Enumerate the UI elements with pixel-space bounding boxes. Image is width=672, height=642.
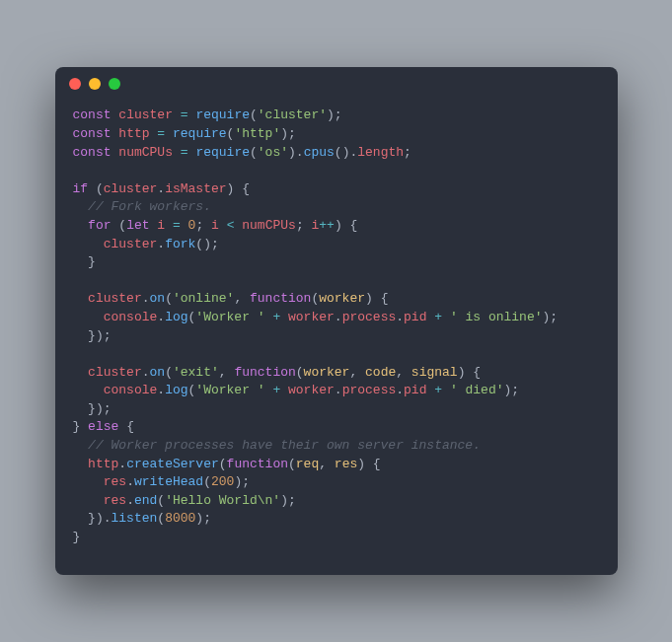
code-token: ().	[335, 145, 357, 160]
code-token: for	[88, 218, 111, 233]
code-token: ++	[319, 218, 335, 233]
code-token: ;	[296, 218, 312, 233]
code-token: cluster	[88, 365, 142, 380]
code-token: length	[357, 145, 404, 160]
code-token: }).	[73, 511, 112, 526]
code-token: ' died'	[450, 383, 504, 397]
code-token: console	[104, 383, 158, 397]
code-token: (	[296, 365, 304, 380]
code-line	[73, 162, 600, 180]
code-token: i	[157, 218, 165, 233]
code-token: fork	[165, 237, 195, 251]
code-token: .	[157, 181, 165, 196]
code-token: ) {	[357, 457, 380, 471]
code-token: pid	[404, 383, 426, 397]
code-token: ,	[349, 365, 365, 380]
code-token: ;	[195, 218, 211, 233]
code-token: ) {	[335, 218, 357, 233]
code-token: const	[73, 107, 112, 122]
code-area: const cluster = require('cluster');const…	[55, 101, 618, 574]
code-token: ).	[288, 145, 304, 160]
code-token	[73, 218, 89, 233]
code-token: isMaster	[165, 181, 226, 196]
code-token	[73, 199, 89, 214]
code-token: worker	[319, 291, 365, 306]
code-token: end	[134, 493, 157, 508]
code-token: let	[126, 218, 149, 233]
code-token: cluster	[118, 107, 173, 122]
code-token: res	[104, 474, 126, 489]
code-line: res.writeHead(200);	[73, 473, 600, 492]
code-token: ) {	[227, 181, 250, 196]
code-token: (	[157, 511, 165, 526]
code-token: worker	[288, 310, 335, 324]
code-line: console.log('Worker ' + worker.process.p…	[73, 309, 600, 327]
code-token	[73, 310, 104, 324]
close-icon[interactable]	[69, 78, 81, 90]
code-token: else	[88, 419, 118, 434]
code-token	[280, 310, 288, 324]
code-line: cluster.on('exit', function(worker, code…	[73, 364, 600, 383]
code-token: =	[181, 145, 188, 160]
code-token: ,	[319, 457, 335, 471]
code-token	[73, 438, 89, 453]
code-token: (	[165, 365, 173, 380]
code-line: if (cluster.isMaster) {	[73, 180, 600, 199]
code-token: ,	[219, 365, 235, 380]
code-token	[442, 383, 450, 397]
code-token	[442, 310, 450, 324]
code-token: function	[234, 365, 295, 380]
code-token: (	[219, 457, 227, 471]
code-token: );	[327, 107, 342, 122]
code-token: http	[118, 126, 149, 141]
zoom-icon[interactable]	[109, 78, 120, 90]
code-token: on	[150, 291, 166, 306]
code-token: .	[118, 457, 126, 471]
code-token: on	[150, 365, 166, 380]
code-line: http.createServer(function(req, res) {	[73, 456, 600, 474]
code-token: console	[104, 310, 158, 324]
code-line: for (let i = 0; i < numCPUs; i++) {	[73, 217, 600, 236]
code-token: res	[335, 457, 357, 471]
code-token: .	[396, 383, 404, 397]
code-token: (	[88, 181, 104, 196]
minimize-icon[interactable]	[89, 78, 101, 90]
code-token	[73, 457, 89, 471]
code-token	[73, 237, 104, 251]
code-token: req	[296, 457, 319, 471]
code-token: .	[335, 310, 342, 324]
code-token: worker	[304, 365, 350, 380]
code-token: http	[88, 457, 118, 471]
code-token: (	[157, 493, 165, 508]
code-token: require	[195, 145, 250, 160]
code-line	[73, 272, 600, 291]
code-token: const	[73, 126, 112, 141]
code-token: 200	[211, 474, 234, 489]
code-line: cluster.fork();	[73, 236, 600, 254]
code-line: });	[73, 327, 600, 346]
code-line: });	[73, 400, 600, 419]
code-token: ) {	[458, 365, 481, 380]
code-token: (	[288, 457, 296, 471]
code-token: require	[173, 126, 227, 141]
code-line: }	[73, 529, 600, 547]
code-line: // Worker processes have their own serve…	[73, 437, 600, 456]
code-token: }	[73, 419, 89, 434]
code-token: 'Worker '	[195, 310, 264, 324]
code-line: const numCPUs = require('os').cpus().len…	[73, 144, 600, 163]
code-token: // Fork workers.	[88, 199, 211, 214]
code-token: });	[73, 401, 112, 416]
code-line: console.log('Worker ' + worker.process.p…	[73, 382, 600, 400]
code-token: );	[280, 493, 296, 508]
code-token: require	[195, 107, 250, 122]
code-line: cluster.on('online', function(worker) {	[73, 290, 600, 309]
code-token: process	[342, 310, 397, 324]
code-token: cluster	[104, 237, 158, 251]
code-token: ();	[195, 237, 218, 251]
code-token: if	[73, 181, 89, 196]
code-token: worker	[288, 383, 335, 397]
code-token: );	[234, 474, 250, 489]
code-token: .	[396, 310, 404, 324]
code-token: 'online'	[173, 291, 234, 306]
code-token	[165, 126, 173, 141]
